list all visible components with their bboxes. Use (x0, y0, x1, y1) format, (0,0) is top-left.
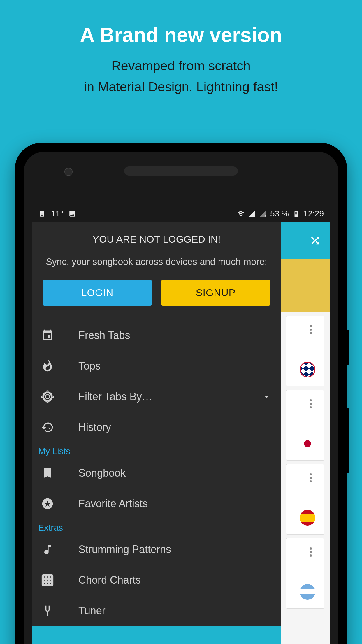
signal-icon (248, 210, 256, 218)
section-extras: Extras (32, 519, 281, 534)
battery-icon (292, 210, 300, 218)
status-time: 12:29 (303, 209, 324, 218)
menu-item-history[interactable]: History (32, 412, 281, 443)
signal-roaming-icon: R (259, 210, 267, 218)
menu-label: Songbook (78, 467, 272, 479)
promo-subtitle-line2: in Material Design. Lightning fast! (0, 76, 362, 97)
phone-volume-button (347, 408, 349, 473)
menu-label: Tops (78, 360, 272, 372)
menu-item-filter[interactable]: Filter Tabs By… (32, 382, 281, 412)
bookmark-icon (41, 467, 54, 480)
tuning-fork-icon (41, 604, 54, 617)
image-icon (68, 210, 76, 218)
music-note-icon (41, 543, 54, 556)
fire-icon (41, 360, 54, 372)
menu-label: Fresh Tabs (78, 329, 272, 342)
bg-banner (281, 259, 330, 312)
phone-camera (64, 168, 73, 176)
menu-label: Tuner (78, 605, 272, 617)
background-content (281, 222, 330, 644)
drawer-subtitle: Sync. your songbook across devices and m… (41, 255, 272, 268)
promo-subtitle-line1: Revamped from scratch (0, 55, 362, 76)
status-battery-percent: 53 % (270, 209, 289, 218)
target-icon (41, 390, 54, 403)
menu-item-songbook[interactable]: Songbook (32, 458, 281, 489)
menu-label: Favorite Artists (78, 498, 272, 510)
login-button[interactable]: LOGIN (43, 280, 152, 306)
navigation-drawer: YOU ARE NOT LOGGED IN! Sync. your songbo… (32, 222, 281, 626)
star-icon (41, 497, 54, 510)
menu-item-favorite-artists[interactable]: Favorite Artists (32, 489, 281, 519)
menu-item-tuner[interactable]: Tuner (32, 596, 281, 626)
svg-point-1 (43, 393, 52, 401)
status-bar: 11° R 53 % 12:29 (32, 206, 330, 222)
more-icon[interactable] (306, 473, 315, 482)
menu-label: Chord Charts (78, 574, 272, 586)
menu-item-strumming[interactable]: Strumming Patterns (32, 534, 281, 565)
signup-button[interactable]: SIGNUP (161, 280, 270, 306)
list-item[interactable] (286, 390, 324, 461)
section-my-lists: My Lists (32, 443, 281, 458)
phone-screen: 11° R 53 % 12:29 (32, 206, 330, 644)
menu-item-fresh-tabs[interactable]: Fresh Tabs (32, 320, 281, 351)
grid-icon (41, 574, 54, 587)
more-icon[interactable] (306, 399, 315, 408)
promo-title: A Brand new version (0, 0, 362, 47)
download-icon (38, 210, 46, 218)
status-temperature: 11° (51, 209, 63, 218)
shuffle-icon[interactable] (309, 235, 321, 246)
menu-item-chord-charts[interactable]: Chord Charts (32, 565, 281, 596)
bg-header (281, 222, 330, 259)
menu-label: Strumming Patterns (78, 543, 272, 556)
flag-japan-icon (300, 436, 315, 452)
more-icon[interactable] (306, 547, 315, 556)
chevron-down-icon (261, 391, 272, 402)
flag-spain-icon (300, 510, 315, 526)
wifi-icon (237, 210, 245, 218)
phone-speaker (124, 166, 238, 176)
list-item[interactable] (286, 316, 324, 386)
history-icon (41, 421, 54, 434)
phone-power-button (347, 330, 349, 365)
more-icon[interactable] (306, 325, 315, 334)
menu-item-tops[interactable]: Tops (32, 351, 281, 382)
calendar-icon (41, 329, 54, 342)
svg-text:R: R (263, 214, 266, 218)
flag-argentina-icon (300, 584, 315, 600)
promo-subtitle: Revamped from scratch in Material Design… (0, 47, 362, 97)
list-item[interactable] (286, 464, 324, 535)
list-item[interactable] (286, 538, 324, 609)
menu-label: History (78, 421, 272, 433)
flag-uk-icon (300, 362, 315, 377)
drawer-title: YOU ARE NOT LOGGED IN! (41, 234, 272, 245)
phone-frame: 11° R 53 % 12:29 (15, 143, 347, 644)
menu-label: Filter Tabs By… (78, 391, 261, 403)
